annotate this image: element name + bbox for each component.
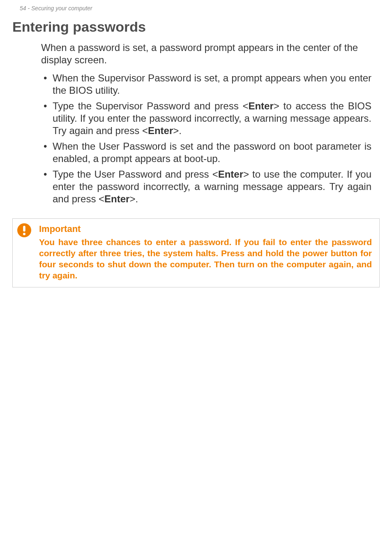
enter-key: Enter — [104, 193, 129, 204]
enter-key: Enter — [148, 125, 173, 136]
document-page: 54 - Securing your computer Entering pas… — [0, 0, 392, 556]
bullet-list: When the Supervisor Password is set, a p… — [0, 72, 392, 214]
exclamation-icon — [17, 223, 32, 238]
list-item-text: >. — [129, 193, 138, 204]
callout-body: You have three chances to enter a passwo… — [20, 237, 372, 281]
enter-key: Enter — [248, 100, 273, 111]
callout-title: Important — [20, 224, 372, 234]
page-header: 54 - Securing your computer — [0, 0, 392, 12]
list-item-text: When the Supervisor Password is set, a p… — [53, 72, 371, 96]
list-item-text: >. — [173, 125, 182, 136]
list-item-text: Type the Supervisor Password and press < — [53, 100, 248, 111]
list-item: Type the User Password and press <Enter>… — [41, 168, 371, 205]
list-item-text: When the User Password is set and the pa… — [53, 141, 371, 164]
header-text: 54 - Securing your computer — [20, 5, 92, 12]
list-item: When the Supervisor Password is set, a p… — [41, 72, 371, 97]
section-heading: Entering passwords — [0, 12, 392, 42]
list-item-text: Type the User Password and press < — [53, 169, 218, 180]
svg-rect-1 — [23, 226, 25, 232]
intro-paragraph: When a password is set, a password promp… — [0, 42, 392, 72]
important-callout: Important You have three chances to ente… — [12, 218, 380, 287]
enter-key: Enter — [218, 169, 243, 180]
list-item: Type the Supervisor Password and press <… — [41, 100, 371, 137]
list-item: When the User Password is set and the pa… — [41, 140, 371, 165]
svg-point-2 — [23, 233, 25, 235]
